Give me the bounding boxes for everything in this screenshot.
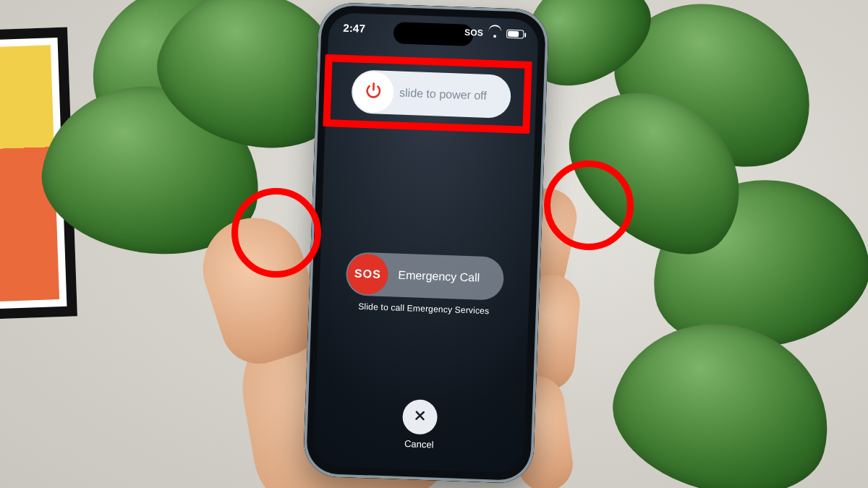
wifi-icon [489, 28, 501, 38]
sos-badge: SOS [354, 267, 381, 281]
status-time: 2:47 [343, 22, 365, 35]
emergency-call-slider[interactable]: SOS Emergency Call [345, 252, 504, 301]
annotation-circle-left [231, 188, 321, 278]
cancel-label: Cancel [404, 438, 434, 450]
emergency-slider-label: Emergency Call [398, 269, 480, 285]
emergency-slider-knob[interactable]: SOS [346, 253, 388, 295]
status-sos-label: SOS [464, 27, 483, 38]
close-icon [412, 408, 427, 427]
cancel-button[interactable] [402, 399, 438, 435]
emergency-slider-hint: Slide to call Emergency Services [319, 300, 529, 317]
annotation-circle-right [544, 160, 634, 250]
annotation-rectangle [323, 54, 532, 134]
battery-icon [506, 29, 524, 38]
